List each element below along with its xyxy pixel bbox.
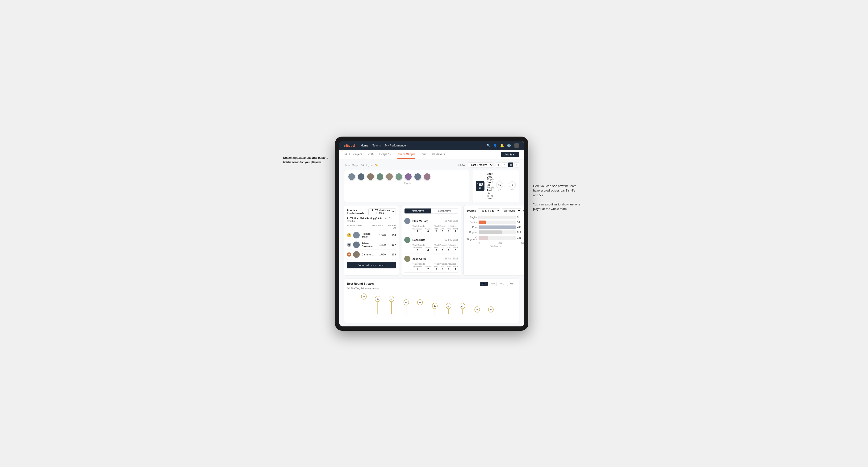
nav-home[interactable]: Home bbox=[361, 144, 368, 147]
player-avatar-5[interactable] bbox=[385, 173, 393, 181]
streak-chart: 7x 6x 6x 5x bbox=[347, 292, 516, 320]
svg-text:3x: 3x bbox=[490, 308, 492, 311]
nav-teams[interactable]: Teams bbox=[372, 144, 381, 147]
player-avatar-1[interactable] bbox=[348, 173, 355, 181]
chart-footer: Total Shots bbox=[467, 245, 524, 247]
players-row-container: Players 198 SQ Shot Dist: 16 yds Start L… bbox=[344, 170, 519, 203]
total-rounds-group-2: Total Rounds Tournament 8 Practice bbox=[412, 244, 431, 252]
nav-links: Home Teams My Performance bbox=[361, 144, 481, 147]
lb-avatar-3 bbox=[353, 251, 360, 258]
putt-stat-2: PUTT 0 bbox=[453, 247, 458, 252]
activity-avatar-1 bbox=[404, 218, 410, 224]
activity-date-2: 02 Sep 2023 bbox=[445, 239, 458, 241]
bar-value-dbogeys: 131 bbox=[517, 237, 524, 239]
svg-text:5x: 5x bbox=[405, 301, 407, 304]
tablet-frame: clippd Home Teams My Performance 🔍 👤 🔔 ⚙… bbox=[335, 136, 528, 331]
bar-fill-birdies bbox=[478, 220, 486, 224]
svg-text:7x: 7x bbox=[363, 295, 365, 298]
arg-stat-3: ARG 0 bbox=[447, 266, 451, 271]
search-icon[interactable]: 🔍 bbox=[486, 144, 490, 148]
lb-score-1: 19/20 bbox=[376, 234, 385, 237]
svg-text:4x: 4x bbox=[448, 305, 450, 307]
putt-stat-1: PUTT 1 bbox=[453, 228, 458, 233]
player-avatar-3[interactable] bbox=[367, 173, 374, 181]
team-title-group: Team Clippd 14 Players ✏️ bbox=[344, 163, 378, 167]
chevron-down-icon-scoring: ▾ bbox=[523, 209, 524, 212]
subnav-team-clippd[interactable]: Team Clippd bbox=[398, 150, 415, 159]
player-avatar-8[interactable] bbox=[414, 173, 422, 181]
show-select[interactable]: Last 3 months Last 6 months This year bbox=[468, 162, 493, 167]
practice-activities-group-3: Total Practice Activities OTT 0 APP bbox=[434, 263, 458, 271]
filter-ott[interactable]: OTT bbox=[480, 282, 488, 286]
add-team-button[interactable]: Add Team bbox=[501, 152, 519, 157]
bar-row-eagles: Eagles 3 bbox=[467, 216, 524, 219]
svg-text:6x: 6x bbox=[390, 298, 393, 300]
tournament-stat-3: Tournament 7 bbox=[412, 266, 422, 271]
bar-label-bogeys: Bogeys bbox=[467, 231, 477, 234]
team-title: Team Clippd 14 Players ✏️ bbox=[344, 163, 378, 167]
team-controls: Show: Last 3 months Last 6 months This y… bbox=[458, 162, 519, 167]
col-pb-score: PB SCORE bbox=[371, 224, 383, 229]
streaks-title: Best Round Streaks bbox=[347, 282, 374, 285]
leaderboard-dropdown[interactable]: PUTT Must Make Putting... ▾ bbox=[368, 208, 396, 215]
subnav-pga[interactable]: PGA bbox=[367, 150, 374, 159]
player-avatar-6[interactable] bbox=[395, 173, 403, 181]
bell-icon[interactable]: 🔔 bbox=[500, 144, 504, 148]
settings-icon[interactable]: ⚙️ bbox=[507, 144, 511, 148]
bar-label-birdies: Birdies bbox=[467, 221, 477, 224]
bar-row-birdies: Birdies 96 bbox=[467, 220, 524, 224]
chart-axis: 0 200 400 bbox=[478, 242, 524, 244]
shot-info: Shot Dist: 16 yds Start Lie: Rough End L… bbox=[487, 173, 494, 200]
player-avatar-7[interactable] bbox=[404, 173, 412, 181]
edit-icon[interactable]: ✏️ bbox=[375, 164, 378, 166]
grid-view-icon[interactable]: ⊞ bbox=[496, 162, 501, 167]
bar-row-dbogeys: D. Bogeys + 131 bbox=[467, 236, 524, 241]
table-header: PLAYER NAME PB SCORE PB AVG SQ bbox=[347, 224, 396, 229]
nav-my-performance[interactable]: My Performance bbox=[385, 144, 406, 147]
practice-stat-3: Practice 2 bbox=[425, 266, 432, 271]
bar-label-dbogeys: D. Bogeys + bbox=[467, 236, 477, 241]
svg-text:4x: 4x bbox=[461, 305, 464, 307]
players-avatars bbox=[348, 173, 465, 181]
player-avatar-9[interactable] bbox=[423, 173, 431, 181]
filter-app[interactable]: APP bbox=[489, 282, 497, 286]
shot-card: 198 SQ Shot Dist: 16 yds Start Lie: Roug… bbox=[472, 170, 519, 203]
leaderboard-row-3: ③ Cameron... 17/20 103 bbox=[347, 250, 396, 259]
leaderboard-row-2: ② Edward Crossman 18/20 107 bbox=[347, 240, 396, 250]
total-rounds-group-1: Total Rounds Tournament 7 Practice bbox=[412, 225, 431, 233]
player-avatar-4[interactable] bbox=[376, 173, 384, 181]
least-active-tab[interactable]: Least Active bbox=[431, 209, 458, 214]
sort-icon[interactable]: ↕ bbox=[514, 162, 519, 167]
arg-stat-2: ARG 0 bbox=[447, 247, 451, 252]
subnav-tour[interactable]: Tour bbox=[420, 150, 426, 159]
player-filter-select[interactable]: All Players bbox=[502, 208, 521, 213]
total-rounds-group-3: Total Rounds Tournament 7 Practice bbox=[412, 263, 431, 271]
most-active-tab[interactable]: Most Active bbox=[404, 209, 431, 214]
filter-arg[interactable]: ARG bbox=[498, 282, 506, 286]
annotation-right: Here you can see how the team have score… bbox=[533, 184, 580, 211]
shot-circles: 16 yds — 0 yds bbox=[496, 181, 516, 191]
navbar: clippd Home Teams My Performance 🔍 👤 🔔 ⚙… bbox=[339, 141, 524, 150]
subnav-hcaps[interactable]: Hcaps 1-5 bbox=[379, 150, 393, 159]
tournament-stat-2: Tournament 8 bbox=[412, 247, 422, 252]
activity-date-1: 26 Aug 2023 bbox=[445, 220, 458, 222]
scoring-title: Scoring bbox=[467, 209, 476, 212]
three-col: Practice Leaderboards PUTT Must Make Put… bbox=[344, 205, 519, 276]
avatar[interactable] bbox=[514, 143, 519, 148]
subnav-pgat[interactable]: PGAT Players bbox=[344, 150, 363, 159]
view-full-leaderboard-button[interactable]: View Full Leaderboard bbox=[347, 262, 396, 269]
person-icon[interactable]: 👤 bbox=[493, 144, 497, 148]
streak-svg: 7x 6x 6x 5x bbox=[347, 292, 516, 320]
svg-text:4x: 4x bbox=[434, 305, 436, 307]
activity-player-1: Blair McHarg 26 Aug 2023 Total Rounds To… bbox=[404, 216, 458, 235]
annotation-left2: See who is the most and least active amo… bbox=[283, 155, 330, 165]
detail-view-icon[interactable]: ▦ bbox=[508, 162, 513, 167]
filter-putt[interactable]: PUTT bbox=[507, 282, 517, 286]
player-avatar-2[interactable] bbox=[357, 173, 365, 181]
list-view-icon[interactable]: ≡ bbox=[502, 162, 507, 167]
par-filter-select[interactable]: Par 3, 4 & 5s Par 3s Par 4s Par 5s bbox=[478, 208, 500, 213]
subnav-all-players[interactable]: All Players bbox=[431, 150, 445, 159]
shot-circle-2: 0 yds bbox=[509, 181, 516, 191]
streaks-section: Best Round Streaks OTT APP ARG PUTT Off … bbox=[344, 279, 519, 323]
players-card: Players bbox=[344, 170, 469, 203]
